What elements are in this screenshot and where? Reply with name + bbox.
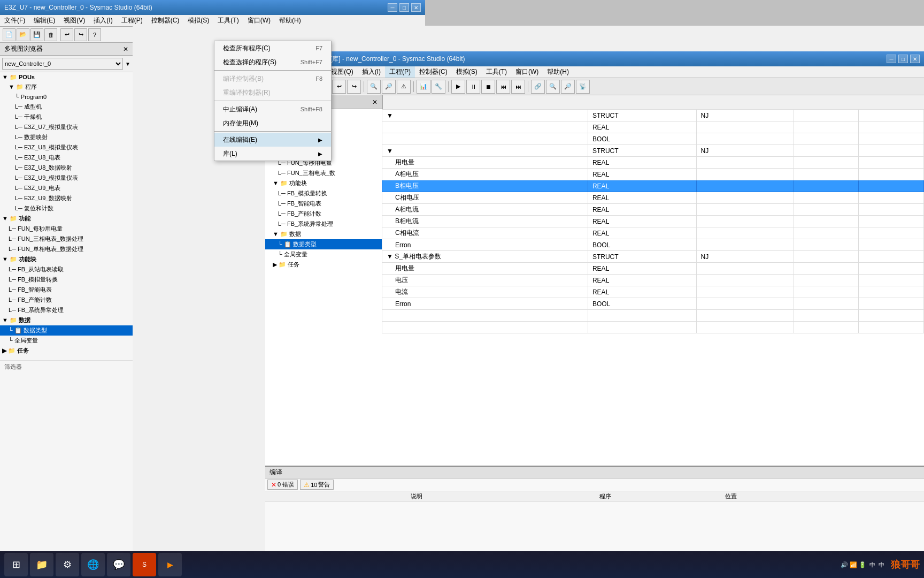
- left-panel-close-icon[interactable]: ✕: [123, 45, 128, 53]
- inner-fb-capacity[interactable]: L─ FB_产能计数: [265, 209, 382, 219]
- tb-open[interactable]: 📂: [17, 28, 29, 41]
- table-row[interactable]: REAL: [382, 121, 924, 133]
- tb-redo[interactable]: ↪: [74, 28, 87, 41]
- table-row-empty[interactable]: [382, 322, 924, 333]
- table-row[interactable]: B相电压 REAL: [382, 180, 924, 192]
- table-row[interactable]: 电压 REAL: [382, 275, 924, 286]
- tb-help[interactable]: ?: [88, 28, 101, 41]
- menu-view-back[interactable]: 视图(V): [59, 15, 89, 26]
- ft-b4[interactable]: ⏸: [466, 80, 480, 94]
- inner-fb-system[interactable]: L─ FB_系统异常处理: [265, 219, 382, 229]
- tree-e3z-u9-analog[interactable]: L─ E3Z_U9_模拟量仪表: [0, 173, 133, 183]
- table-row[interactable]: ▼ STRUCT NJ: [382, 145, 924, 157]
- tree-globalvar[interactable]: └ 全局变量: [0, 336, 133, 346]
- tb-undo[interactable]: ↩: [60, 28, 73, 41]
- menu-edit-front[interactable]: 编辑(E): [297, 66, 327, 78]
- tree-e3z-u8-meter[interactable]: L─ E3Z_U8_电表: [0, 153, 133, 163]
- taskbar-start[interactable]: ⊞: [4, 553, 28, 576]
- ft-b7[interactable]: ⏭: [511, 80, 525, 94]
- tree-fb-smart[interactable]: L─ FB_智能电表: [0, 285, 133, 295]
- inner-fb-smart[interactable]: L─ FB_智能电表: [265, 199, 382, 209]
- ft-delete[interactable]: 🗑: [312, 80, 326, 94]
- inner-section0[interactable]: └ 📄 Section0: [265, 139, 382, 148]
- tree-e3z-u8-analog[interactable]: L─ E3Z_U8_模拟量仪表: [0, 142, 133, 153]
- inner-fun-power[interactable]: L─ FUN_每秒用电量: [265, 158, 382, 168]
- inner-globalvar[interactable]: └ 全局变量: [265, 249, 382, 260]
- table-row[interactable]: BOOL: [382, 133, 924, 145]
- inner-fb-group[interactable]: ▼ 📁 功能块: [265, 178, 382, 188]
- error-badge[interactable]: ✕ 0 错误: [267, 480, 298, 490]
- tree-fb-capacity[interactable]: L─ FB_产能计数: [0, 295, 133, 305]
- tree-fb-analog[interactable]: L─ FB_模拟量转换: [0, 275, 133, 285]
- ft-b6[interactable]: ⏮: [496, 80, 510, 94]
- menu-help-back[interactable]: 帮助(H): [275, 15, 305, 26]
- menu-view-front[interactable]: 视图(Q): [327, 66, 357, 78]
- menu-tools-front[interactable]: 工具(T): [482, 66, 511, 78]
- table-row[interactable]: 用电量 REAL: [382, 157, 924, 169]
- table-row[interactable]: 电流 REAL: [382, 286, 924, 298]
- menu-file-front[interactable]: 文件(W): [265, 66, 297, 78]
- inner-data-group[interactable]: ▼ 📁 数据: [265, 229, 382, 239]
- maximize-btn-back[interactable]: □: [399, 3, 409, 12]
- tree-reset-count[interactable]: L─ 复位和计数: [0, 203, 133, 214]
- tree-pous[interactable]: ▼ 📁 POUs: [0, 72, 133, 82]
- ft-b1[interactable]: 📊: [417, 80, 430, 94]
- table-row[interactable]: B相电流 REAL: [382, 216, 924, 227]
- table-row[interactable]: Erron BOOL: [382, 239, 924, 251]
- inner-programs[interactable]: ▼ 📁 程序: [265, 119, 382, 129]
- table-row-empty[interactable]: [382, 310, 924, 322]
- menu-simulate-front[interactable]: 模拟(S): [452, 66, 482, 78]
- ft-redo[interactable]: ↪: [347, 80, 361, 94]
- inner-fb-analog[interactable]: L─ FB_模拟量转换: [265, 188, 382, 199]
- table-row[interactable]: Erron BOOL: [382, 298, 924, 310]
- menu-window-back[interactable]: 窗口(W): [243, 15, 275, 26]
- inner-tree-close[interactable]: ✕: [372, 98, 378, 106]
- tree-fb-system[interactable]: L─ FB_系统异常处理: [0, 305, 133, 315]
- maximize-btn-front[interactable]: □: [898, 55, 908, 63]
- ft-find[interactable]: 🔎: [382, 80, 396, 94]
- tb-delete[interactable]: 🗑: [44, 28, 57, 41]
- inner-datatype[interactable]: └ 📋 数据类型: [265, 239, 382, 249]
- tree-tasks[interactable]: ▶ 📁 任务: [0, 346, 133, 356]
- warning-badge[interactable]: ⚠ 10 警告: [300, 480, 334, 490]
- menu-insert-back[interactable]: 插入(I): [89, 15, 117, 26]
- ft-copy[interactable]: 📋: [282, 80, 296, 94]
- menu-project-back[interactable]: 工程(P): [117, 15, 147, 26]
- taskbar-settings[interactable]: ⚙: [56, 553, 79, 576]
- close-btn-back[interactable]: ✕: [411, 3, 421, 12]
- menu-edit-back[interactable]: 编辑(E): [29, 15, 59, 26]
- inner-fun-3phase[interactable]: L─ FUN_三相电表_数: [265, 168, 382, 178]
- menu-help-front[interactable]: 帮助(H): [543, 66, 573, 78]
- tree-data-group[interactable]: ▼ 📁 数据: [0, 315, 133, 325]
- tree-ganzaoji[interactable]: L─ 干燥机: [0, 112, 133, 122]
- menu-controller-back[interactable]: 控制器(C): [147, 15, 184, 26]
- inner-tasks[interactable]: ▶ 📁 任务: [265, 260, 382, 270]
- menu-file-back[interactable]: 文件(F): [0, 15, 29, 26]
- tree-chengxingji[interactable]: L─ 成型机: [0, 102, 133, 112]
- table-row[interactable]: C相电压 REAL: [382, 192, 924, 204]
- tree-e3z-u8-datamap[interactable]: L─ E3Z_U8_数据映射: [0, 163, 133, 173]
- minimize-btn-front[interactable]: ─: [887, 55, 896, 63]
- tree-e3z-u9-datamap[interactable]: L─ E3Z_U9_数据映射: [0, 193, 133, 203]
- tree-datatype[interactable]: └ 📋 数据类型: [0, 325, 133, 336]
- menu-controller-front[interactable]: 控制器(C): [415, 66, 452, 78]
- tree-fb-readmeter[interactable]: L─ FB_从站电表读取: [0, 264, 133, 275]
- taskbar-app2[interactable]: ▶: [158, 553, 182, 576]
- menu-window-front[interactable]: 窗口(W): [511, 66, 543, 78]
- table-row[interactable]: A相电压 REAL: [382, 169, 924, 180]
- menu-simulate-back[interactable]: 模拟(S): [183, 15, 213, 26]
- controller-select[interactable]: new_Controller_0: [2, 58, 123, 70]
- ft-b9[interactable]: 🔍: [546, 80, 560, 94]
- tree-fb-group[interactable]: ▼ 📁 功能块: [0, 254, 133, 264]
- inner-program0[interactable]: ▼ Program0: [265, 129, 382, 139]
- tree-fun-1phase[interactable]: L─ FUN_单相电表_数据处理: [0, 244, 133, 254]
- tree-fun-3phase[interactable]: L─ FUN_三相电表_数据处理: [0, 234, 133, 244]
- tb-new[interactable]: 📄: [3, 28, 16, 41]
- table-row[interactable]: 用电量 REAL: [382, 263, 924, 275]
- tb-save[interactable]: 💾: [30, 28, 43, 41]
- table-row[interactable]: A相电流 REAL: [382, 204, 924, 216]
- inner-pous[interactable]: ▼ 📁 POUs: [265, 109, 382, 119]
- inner-functions[interactable]: ▼ 📁 功能: [265, 148, 382, 158]
- ft-b8[interactable]: 🔗: [531, 80, 545, 94]
- menu-tools-back[interactable]: 工具(T): [213, 15, 243, 26]
